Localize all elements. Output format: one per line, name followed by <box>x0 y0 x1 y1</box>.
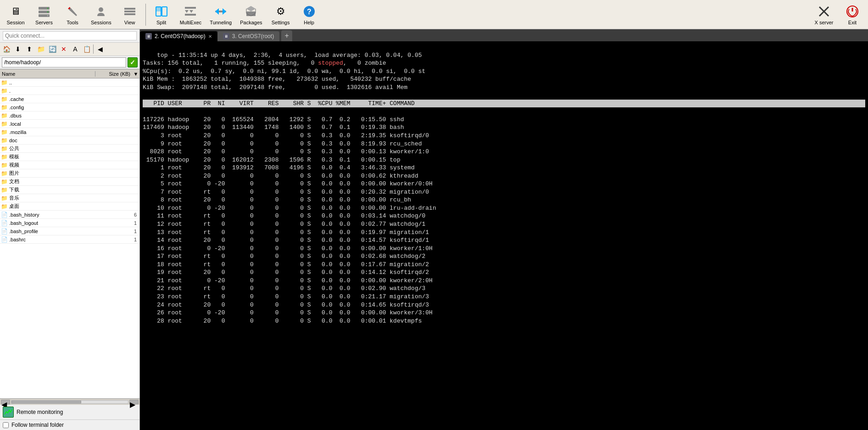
xserver-button[interactable]: X server <box>810 2 838 27</box>
list-item[interactable]: 📁. <box>0 87 139 95</box>
list-item[interactable]: 📁.local <box>0 120 139 128</box>
tab-centos7-root[interactable]: 🖥 3. CentOS7(root) <box>217 31 279 41</box>
list-item[interactable]: 📁.cache <box>0 95 139 103</box>
tunneling-button[interactable]: Tunneling <box>206 2 235 27</box>
follow-terminal-label: Follow terminal folder <box>11 422 64 428</box>
delete-button[interactable]: ✕ <box>58 44 69 55</box>
left-arrow-button[interactable]: ◀ <box>95 44 106 55</box>
svg-rect-7 <box>124 8 135 10</box>
horizontal-scrollbar[interactable]: ◀ ▶ <box>0 398 139 405</box>
svg-marker-18 <box>223 8 226 15</box>
list-item[interactable]: 📄.bash_history6 <box>0 211 139 219</box>
terminal-content[interactable]: top - 11:35:14 up 4 days, 2:36, 4 users,… <box>140 41 868 430</box>
split-icon <box>154 4 169 19</box>
settings-button[interactable]: ⚙ Settings <box>267 2 295 27</box>
session-icon: 🖥 <box>8 4 23 19</box>
list-item[interactable]: 📁音乐 <box>0 194 139 202</box>
help-button[interactable]: ? Help <box>295 2 323 27</box>
list-item[interactable]: 📄.bash_logout1 <box>0 219 139 227</box>
list-item[interactable]: 📁下载 <box>0 186 139 194</box>
sort-arrow[interactable]: ▼ <box>132 71 139 77</box>
view-icon <box>122 4 137 19</box>
list-item[interactable]: 📁.config <box>0 103 139 112</box>
sessions-button[interactable]: Sessions <box>87 2 115 27</box>
remote-monitoring-icon <box>3 407 14 418</box>
file-list: 📁..📁.📁.cache📁.config📁.dbus📁.local📁.mozil… <box>0 78 139 398</box>
svg-rect-20 <box>246 11 256 16</box>
list-item[interactable]: 📁公共 <box>0 145 139 153</box>
tab1-close[interactable]: ✕ <box>208 34 212 39</box>
servers-icon <box>37 4 51 19</box>
sessions-icon <box>94 4 108 19</box>
address-input[interactable] <box>2 57 126 67</box>
list-item[interactable]: 📁doc <box>0 136 139 145</box>
list-item[interactable]: 📄.bash_profile1 <box>0 227 139 235</box>
svg-point-3 <box>47 7 49 9</box>
list-item[interactable]: 📁图片 <box>0 169 139 178</box>
list-item[interactable]: 📁模板 <box>0 153 139 161</box>
exit-button[interactable]: Exit <box>839 2 866 27</box>
view-button[interactable]: View <box>116 2 144 27</box>
file-list-header: Name Size (KB) ▼ <box>0 69 139 78</box>
download-button[interactable]: ⬇ <box>12 44 23 55</box>
list-item[interactable]: 📁.. <box>0 78 139 87</box>
session-label: Session <box>6 20 24 25</box>
sessions-label: Sessions <box>91 20 111 25</box>
file-col-size-header[interactable]: Size (KB) <box>95 71 132 77</box>
list-item[interactable]: 📁.dbus <box>0 112 139 120</box>
tunneling-label: Tunneling <box>210 20 232 25</box>
svg-marker-15 <box>189 10 193 13</box>
main-area: 🏠 ⬇ ⬆ 📁 🔄 ✕ A 📋 ◀ ✓ Name Size (KB) ▼ 📁..… <box>0 29 868 430</box>
remote-monitoring[interactable]: Remote monitoring <box>0 405 139 419</box>
tab-centos7-hadoop[interactable]: 🖥 2. CentOS7(hadoop) ✕ <box>140 31 217 41</box>
multiexec-button[interactable]: MultiExec <box>176 2 206 27</box>
upload-button[interactable]: ⬆ <box>24 44 35 55</box>
file-col-name-header[interactable]: Name <box>0 71 95 77</box>
tab-bar: 🖥 2. CentOS7(hadoop) ✕ 🖥 3. CentOS7(root… <box>140 29 868 41</box>
list-item[interactable]: 📄.bashrc1 <box>0 235 139 244</box>
tab2-label: 3. CentOS7(root) <box>232 33 274 39</box>
rename-button[interactable]: A <box>70 44 81 55</box>
tools-label: Tools <box>67 20 78 25</box>
svg-rect-11 <box>162 7 167 16</box>
list-item[interactable]: 📁.mozilla <box>0 128 139 136</box>
follow-terminal-checkbox[interactable]: Follow terminal folder <box>0 419 139 430</box>
tools-button[interactable]: Tools <box>59 2 86 27</box>
servers-button[interactable]: Servers <box>30 2 58 27</box>
follow-terminal-check[interactable] <box>3 422 9 428</box>
help-icon: ? <box>302 4 317 19</box>
packages-button[interactable]: Packages <box>236 2 266 27</box>
svg-marker-21 <box>246 6 256 11</box>
svg-marker-14 <box>185 10 189 13</box>
add-tab-button[interactable]: + <box>281 30 292 41</box>
svg-marker-19 <box>215 8 219 15</box>
split-button[interactable]: Split <box>148 2 175 27</box>
address-bar: ✓ <box>0 56 139 69</box>
scroll-track[interactable] <box>11 400 128 404</box>
session-button[interactable]: 🖥 Session <box>2 2 29 27</box>
svg-rect-8 <box>124 11 135 12</box>
list-item[interactable]: 📁文档 <box>0 178 139 186</box>
new-folder-button[interactable]: 📁 <box>35 44 46 55</box>
multiexec-icon <box>183 4 198 19</box>
list-item[interactable]: 📁桌面 <box>0 202 139 211</box>
tools-icon <box>65 4 80 19</box>
split-label: Split <box>156 20 166 25</box>
svg-point-6 <box>99 7 103 12</box>
sidebar-toolbar: 🏠 ⬇ ⬆ 📁 🔄 ✕ A 📋 ◀ <box>0 43 139 56</box>
tab2-icon: 🖥 <box>223 33 229 39</box>
sidebar: 🏠 ⬇ ⬆ 📁 🔄 ✕ A 📋 ◀ ✓ Name Size (KB) ▼ 📁..… <box>0 29 140 430</box>
refresh-button[interactable]: 🔄 <box>47 44 58 55</box>
address-ok-button[interactable]: ✓ <box>128 57 138 67</box>
quick-connect-input[interactable] <box>3 31 137 40</box>
scroll-right[interactable]: ▶ <box>129 400 139 404</box>
properties-button[interactable]: 📋 <box>81 44 92 55</box>
packages-icon <box>244 4 258 19</box>
quick-connect <box>0 29 139 43</box>
list-item[interactable]: 📁视频 <box>0 161 139 169</box>
scroll-thumb[interactable] <box>11 401 81 403</box>
scroll-left[interactable]: ◀ <box>1 400 10 404</box>
svg-text:?: ? <box>307 8 312 16</box>
home-button[interactable]: 🏠 <box>1 44 12 55</box>
svg-rect-9 <box>124 13 135 15</box>
